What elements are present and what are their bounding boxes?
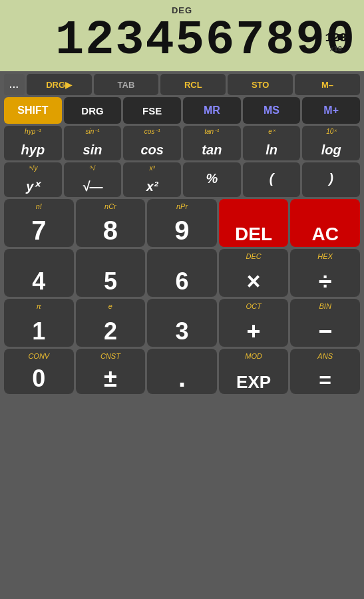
mul-sub: DEC bbox=[246, 252, 261, 260]
mr-button[interactable]: MR bbox=[183, 97, 241, 124]
lparen-button[interactable]: ( bbox=[243, 162, 301, 197]
tan-sub-label: tan⁻¹ bbox=[204, 128, 219, 135]
cos-button[interactable]: cos⁻¹ cos bbox=[123, 126, 181, 160]
lparen-main-label: ( bbox=[270, 171, 274, 186]
exp-main: EXP bbox=[236, 373, 271, 391]
div-main: ÷ bbox=[319, 270, 332, 294]
minus-sub: BIN bbox=[319, 302, 331, 310]
one-sub: π bbox=[37, 302, 41, 310]
two-sub: e bbox=[108, 302, 112, 310]
dot-button[interactable]: . bbox=[147, 349, 217, 394]
sin-sub-label: sin⁻¹ bbox=[85, 128, 99, 135]
sin-main-label: sin bbox=[83, 142, 102, 158]
exp-button[interactable]: MOD EXP bbox=[219, 349, 289, 394]
log-main-label: log bbox=[321, 142, 341, 158]
plus-sub: OCT bbox=[246, 302, 261, 310]
eight-main: 8 bbox=[103, 217, 118, 244]
hyp-main-label: hyp bbox=[21, 142, 45, 158]
del-main: DEL bbox=[235, 225, 272, 244]
exp-sub: MOD bbox=[245, 352, 262, 360]
div-sub: HEX bbox=[317, 252, 333, 260]
hyp-sub-label: hyp⁻¹ bbox=[25, 128, 41, 135]
plusminus-sub: CNST bbox=[100, 352, 120, 360]
minus-button[interactable]: BIN − bbox=[290, 299, 360, 347]
num-row-456: 4 5 6 DEC × HEX ÷ bbox=[4, 249, 360, 297]
dots-button[interactable]: ... bbox=[4, 74, 25, 95]
seven-main: 7 bbox=[31, 217, 46, 244]
sto-button[interactable]: STO bbox=[228, 74, 293, 95]
del-button[interactable]: DEL bbox=[219, 199, 289, 247]
nine-button[interactable]: nPr 9 bbox=[147, 199, 217, 247]
x3-sub-label: x³ bbox=[150, 164, 155, 172]
exp-value: 123 bbox=[325, 31, 347, 45]
dot-main: . bbox=[178, 364, 186, 391]
seven-sub: n! bbox=[36, 202, 42, 210]
mul-main: × bbox=[247, 270, 261, 294]
two-main: 2 bbox=[104, 319, 117, 343]
10x-sub-label: 10ˣ bbox=[326, 128, 336, 135]
yx-button[interactable]: ˣ√y yˣ bbox=[4, 162, 62, 197]
mul-button[interactable]: DEC × bbox=[219, 249, 289, 297]
topbar-row: ... DRG▶ TAB RCL STO M– bbox=[4, 74, 360, 95]
num-row-123: π 1 e 2 3 OCT + BIN − bbox=[4, 299, 360, 347]
four-button[interactable]: 4 bbox=[4, 249, 74, 297]
x2-main-label: x² bbox=[146, 179, 158, 194]
eq-main: = bbox=[319, 369, 331, 391]
pct-button[interactable]: % bbox=[183, 162, 241, 197]
three-main: 3 bbox=[175, 319, 188, 343]
rparen-button[interactable]: ) bbox=[302, 162, 360, 197]
drg-button[interactable]: DRG▶ bbox=[27, 74, 92, 95]
six-main: 6 bbox=[175, 270, 188, 294]
ms-button[interactable]: MS bbox=[243, 97, 301, 124]
mplus-button[interactable]: M+ bbox=[302, 97, 360, 124]
one-button[interactable]: π 1 bbox=[4, 299, 74, 347]
ac-button[interactable]: AC bbox=[290, 199, 360, 247]
one-main: 1 bbox=[32, 319, 45, 343]
display-area: DEG 1234567890 123 x10 bbox=[0, 0, 364, 71]
zero-main: 0 bbox=[32, 367, 45, 391]
six-button[interactable]: 6 bbox=[147, 249, 217, 297]
num-row-789: n! 7 nCr 8 nPr 9 DEL AC bbox=[4, 199, 360, 247]
yx-sub-label: ˣ√y bbox=[28, 164, 38, 172]
plus-button[interactable]: OCT + bbox=[219, 299, 289, 347]
two-button[interactable]: e 2 bbox=[76, 299, 146, 347]
plus-main: + bbox=[247, 319, 261, 343]
log-button[interactable]: 10ˣ log bbox=[302, 126, 360, 160]
rcl-button[interactable]: RCL bbox=[160, 74, 226, 95]
trig-row: hyp⁻¹ hyp sin⁻¹ sin cos⁻¹ cos tan⁻¹ tan … bbox=[4, 126, 360, 160]
cos-main-label: cos bbox=[140, 142, 163, 158]
plusminus-main: ± bbox=[104, 367, 117, 391]
zero-sub: CONV bbox=[28, 352, 49, 360]
shift-button[interactable]: SHIFT bbox=[4, 97, 62, 124]
button-area: ... DRG▶ TAB RCL STO M– SHIFT DRG FSE MR… bbox=[0, 71, 364, 599]
equals-button[interactable]: ANS = bbox=[290, 349, 360, 394]
zero-button[interactable]: CONV 0 bbox=[4, 349, 74, 394]
sin-button[interactable]: sin⁻¹ sin bbox=[64, 126, 122, 160]
sqrt-button[interactable]: ³√ √— bbox=[64, 162, 122, 197]
tan-main-label: tan bbox=[202, 142, 222, 158]
x2-button[interactable]: x³ x² bbox=[123, 162, 181, 197]
five-main: 5 bbox=[104, 270, 117, 294]
x10-label: x10 bbox=[325, 45, 347, 53]
five-button[interactable]: 5 bbox=[76, 249, 146, 297]
minus-main: − bbox=[318, 319, 332, 343]
eq-sub: ANS bbox=[317, 352, 333, 360]
eight-button[interactable]: nCr 8 bbox=[76, 199, 146, 247]
main-number: 1234567890 bbox=[8, 17, 356, 65]
hyp-button[interactable]: hyp⁻¹ hyp bbox=[4, 126, 62, 160]
tab-button[interactable]: TAB bbox=[94, 74, 159, 95]
ln-main-label: ln bbox=[266, 142, 277, 158]
seven-button[interactable]: n! 7 bbox=[4, 199, 74, 247]
ln-button[interactable]: eˣ ln bbox=[243, 126, 301, 160]
exponent-area: 123 x10 bbox=[325, 31, 347, 53]
rparen-main-label: ) bbox=[329, 171, 333, 186]
nine-sub: nPr bbox=[176, 202, 188, 210]
eight-sub: nCr bbox=[104, 202, 116, 210]
fse-button[interactable]: FSE bbox=[123, 97, 181, 124]
three-button[interactable]: 3 bbox=[147, 299, 217, 347]
tan-button[interactable]: tan⁻¹ tan bbox=[183, 126, 241, 160]
plusminus-button[interactable]: CNST ± bbox=[76, 349, 146, 394]
drg2-button[interactable]: DRG bbox=[64, 97, 122, 124]
mminus-button[interactable]: M– bbox=[295, 74, 360, 95]
div-button[interactable]: HEX ÷ bbox=[290, 249, 360, 297]
